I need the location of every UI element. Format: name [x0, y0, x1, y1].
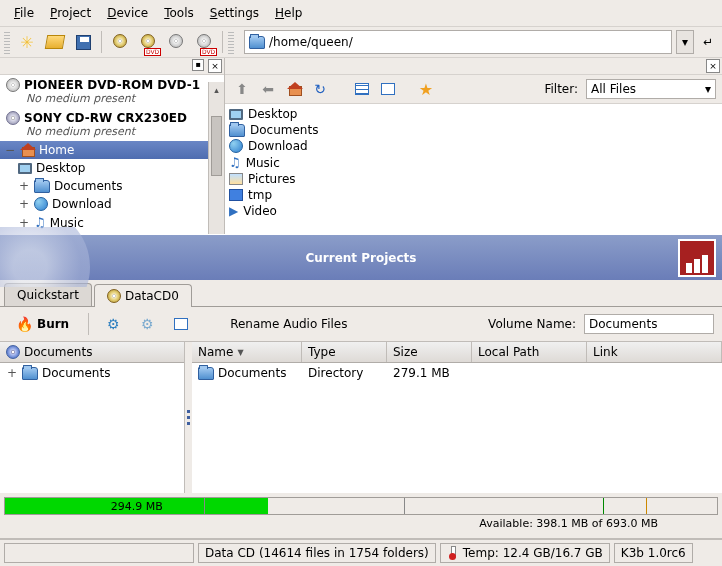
col-type[interactable]: Type — [302, 342, 387, 362]
tree-desktop[interactable]: Desktop — [0, 159, 224, 177]
folder-icon — [249, 36, 265, 49]
burn-button[interactable]: 🔥 Burn — [8, 313, 77, 335]
nav-home[interactable] — [283, 78, 305, 100]
device-tree: PIONEER DVD-ROM DVD-1 No medium present … — [0, 75, 224, 234]
location-dropdown[interactable]: ▾ — [676, 30, 694, 54]
banner-title: Current Projects — [306, 251, 417, 265]
location-bar: /home/queen/ ▾ ↵ — [244, 30, 718, 54]
location-go[interactable]: ↵ — [698, 32, 718, 52]
folder-icon — [22, 367, 38, 380]
disc-button-3[interactable] — [163, 29, 189, 55]
home-icon — [20, 144, 35, 157]
file-pictures[interactable]: Pictures — [227, 171, 720, 187]
pane-expand[interactable]: ▪ — [192, 59, 204, 71]
file-list: Desktop Documents Download ♫Music Pictur… — [225, 104, 722, 234]
folder-icon — [198, 367, 214, 380]
capacity-label: 294.9 MB — [5, 498, 268, 515]
file-documents[interactable]: Documents — [227, 122, 720, 138]
col-size[interactable]: Size — [387, 342, 472, 362]
menu-file[interactable]: File — [6, 4, 42, 22]
menu-tools[interactable]: Tools — [156, 4, 202, 22]
properties-button[interactable] — [168, 311, 194, 337]
project-tabs: Quickstart DataCD0 — [0, 280, 722, 306]
upper-panes: ▪ × PIONEER DVD-ROM DVD-1 No medium pres… — [0, 58, 722, 234]
tree-download[interactable]: + Download — [0, 195, 224, 213]
tree-home[interactable]: − Home — [0, 141, 224, 159]
download-icon — [229, 139, 243, 153]
col-localpath[interactable]: Local Path — [472, 342, 587, 362]
browser-close[interactable]: × — [706, 59, 720, 73]
menu-bar: File Project Device Tools Settings Help — [0, 0, 722, 27]
datacd-icon — [107, 289, 121, 303]
dvd-icon — [6, 78, 20, 92]
new-button[interactable]: ✳ — [14, 29, 40, 55]
current-projects-banner: Current Projects — [0, 234, 722, 280]
main-toolbar: ✳ DVD DVD /home/queen/ ▾ ↵ — [0, 27, 722, 58]
filter-combobox[interactable]: All Files▾ — [586, 79, 716, 99]
toolbar-grip[interactable] — [4, 30, 10, 54]
nav-up[interactable]: ⬆ — [231, 78, 253, 100]
proj-tree-header[interactable]: Documents — [0, 342, 184, 363]
menu-settings[interactable]: Settings — [202, 4, 267, 22]
project-tree: Documents + Documents — [0, 342, 185, 493]
cdrw-icon — [6, 111, 20, 125]
tab-datacd0[interactable]: DataCD0 — [94, 284, 192, 307]
nav-reload[interactable]: ↻ — [309, 78, 331, 100]
project-view: Documents + Documents Name ▼ Type Size L… — [0, 341, 722, 493]
col-link[interactable]: Link — [587, 342, 722, 362]
desktop-icon — [229, 109, 243, 120]
file-browser-pane: × ⬆ ⬅ ↻ ★ Filter: All Files▾ Desktop Doc… — [225, 58, 722, 234]
download-icon — [34, 197, 48, 211]
disc-button-1[interactable] — [107, 29, 133, 55]
available-label: Available: 398.1 MB of 693.0 MB — [4, 517, 718, 530]
view-detail[interactable] — [377, 78, 399, 100]
location-grip[interactable] — [228, 30, 234, 54]
disc-button-4[interactable]: DVD — [191, 29, 217, 55]
proj-row-documents[interactable]: Documents Directory 279.1 MB — [192, 363, 722, 383]
menu-help[interactable]: Help — [267, 4, 310, 22]
thermometer-icon — [447, 546, 459, 560]
save-button[interactable] — [70, 29, 96, 55]
tree-documents[interactable]: + Documents — [0, 177, 224, 195]
flame-icon: 🔥 — [16, 316, 33, 332]
status-bar: Data CD (14614 files in 1754 folders) Te… — [0, 538, 722, 566]
k3b-logo — [678, 239, 716, 277]
menu-project[interactable]: Project — [42, 4, 99, 22]
volume-label: Volume Name: — [488, 317, 576, 331]
volume-input[interactable] — [584, 314, 714, 334]
splitter[interactable] — [185, 342, 192, 493]
location-path: /home/queen/ — [269, 35, 353, 49]
disc-button-2[interactable]: DVD — [135, 29, 161, 55]
device-dvd[interactable]: PIONEER DVD-ROM DVD-1 No medium present — [0, 75, 224, 108]
nav-back[interactable]: ⬅ — [257, 78, 279, 100]
status-leftpad — [4, 543, 194, 563]
tmp-icon — [229, 189, 243, 201]
import-button[interactable]: ⚙ — [100, 311, 126, 337]
music-icon: ♫ — [229, 155, 241, 170]
location-input[interactable]: /home/queen/ — [244, 30, 672, 54]
browser-navbar: ⬆ ⬅ ↻ ★ Filter: All Files▾ — [225, 75, 722, 104]
device-tree-pane: ▪ × PIONEER DVD-ROM DVD-1 No medium pres… — [0, 58, 225, 234]
file-music[interactable]: ♫Music — [227, 154, 720, 171]
file-download[interactable]: Download — [227, 138, 720, 154]
file-tmp[interactable]: tmp — [227, 187, 720, 203]
bookmark[interactable]: ★ — [415, 78, 437, 100]
proj-tree-documents[interactable]: + Documents — [0, 363, 184, 383]
device-cdrw[interactable]: SONY CD-RW CRX230ED No medium present — [0, 108, 224, 141]
left-scrollbar[interactable]: ▴ — [208, 82, 224, 234]
rename-label: Rename Audio Files — [230, 317, 347, 331]
file-video[interactable]: ▶Video — [227, 203, 720, 219]
video-icon: ▶ — [229, 204, 238, 218]
pane-close[interactable]: × — [208, 59, 222, 73]
menu-device[interactable]: Device — [99, 4, 156, 22]
project-toolbar: 🔥 Burn ⚙ ⚙ Rename Audio Files Volume Nam… — [0, 306, 722, 341]
col-name[interactable]: Name ▼ — [192, 342, 302, 362]
open-button[interactable] — [42, 29, 68, 55]
status-datacd: Data CD (14614 files in 1754 folders) — [198, 543, 436, 563]
pictures-icon — [229, 173, 243, 185]
capacity-bar[interactable]: 294.9 MB — [4, 497, 718, 515]
clear-button[interactable]: ⚙ — [134, 311, 160, 337]
view-short[interactable] — [351, 78, 373, 100]
project-file-list: Name ▼ Type Size Local Path Link Documen… — [192, 342, 722, 493]
file-desktop[interactable]: Desktop — [227, 106, 720, 122]
